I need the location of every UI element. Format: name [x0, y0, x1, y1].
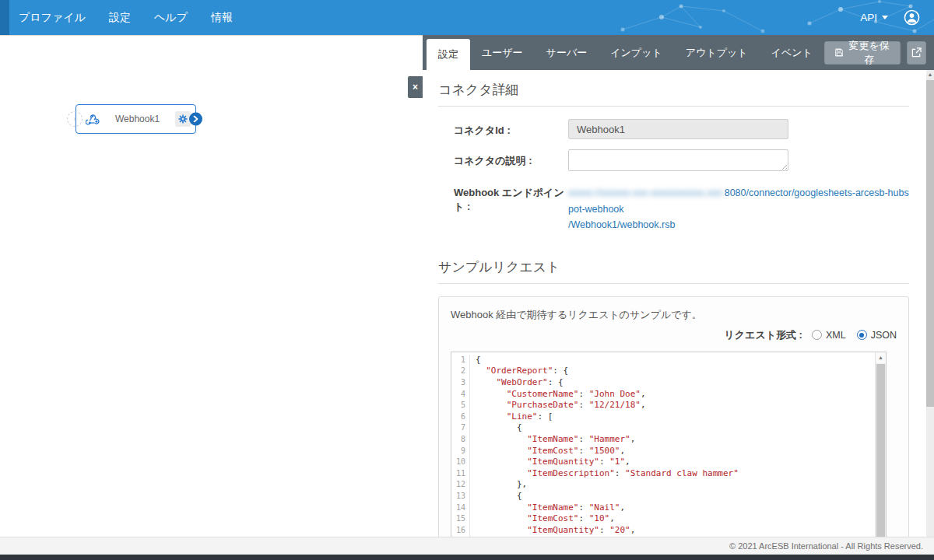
- line-number: 3: [451, 377, 470, 389]
- gear-icon: [178, 114, 188, 124]
- editor-scrollbar-thumb[interactable]: [876, 364, 885, 537]
- line-number: 15: [451, 513, 470, 525]
- code-line: 3 "WebOrder": {: [451, 377, 875, 389]
- nav-item-1[interactable]: 設定: [109, 11, 131, 25]
- radio-icon: [857, 330, 867, 340]
- code-line: 6 "Line": [: [451, 411, 875, 423]
- page-scroll-up-icon[interactable]: ▲: [926, 70, 934, 79]
- tab-0[interactable]: 設定: [427, 39, 470, 70]
- open-external-button[interactable]: [907, 41, 926, 65]
- code-line: 9 "ItemCost": "1500",: [451, 446, 875, 457]
- request-format-radios: XML JSON: [812, 330, 897, 341]
- line-number: 6: [451, 411, 470, 423]
- page-scrollbar-thumb[interactable]: [926, 80, 934, 407]
- editor-scroll-up-icon[interactable]: ▲: [876, 352, 886, 363]
- line-number: 5: [451, 400, 470, 411]
- code-line: 15 "ItemCost": "10",: [451, 513, 875, 525]
- connector-id-row: コネクタId :: [438, 119, 909, 139]
- top-navbar: プロファイル設定ヘルプ情報 API: [0, 0, 934, 35]
- code-line: 11 "ItemDescription": "Standard claw ham…: [451, 468, 875, 480]
- line-number: 12: [451, 479, 470, 491]
- panel-tabbar: 設定ユーザーサーバーインプットアウトプットイベント 変更を保存: [423, 35, 934, 70]
- editor-scrollbar[interactable]: ▲: [875, 352, 886, 537]
- tab-5[interactable]: イベント: [760, 35, 824, 70]
- chevron-down-icon: [882, 16, 888, 19]
- flow-canvas[interactable]: › Webhook1: [0, 35, 423, 537]
- connector-settings-button[interactable]: [175, 111, 191, 127]
- webhook-endpoint-link[interactable]: xxxxx://xxxxxx-xxx-xxxxxxxxxxx.xxx:8080/…: [568, 187, 909, 230]
- settings-panel: 設定ユーザーサーバーインプットアウトプットイベント 変更を保存 コネ: [423, 35, 934, 537]
- line-number: 14: [451, 502, 470, 514]
- code-line: 7 {: [451, 422, 875, 434]
- webhook-endpoint-label: Webhook エンドポイント :: [454, 181, 568, 233]
- navbar-menu: プロファイル設定ヘルプ情報: [19, 0, 233, 35]
- endpoint-visible-text-2: /Webhook1/webhook.rsb: [568, 219, 675, 230]
- user-account-icon[interactable]: [904, 9, 920, 26]
- api-dropdown[interactable]: API: [860, 12, 888, 23]
- connector-input-port[interactable]: ›: [67, 111, 83, 127]
- line-number: 2: [451, 366, 470, 377]
- panel-close-button[interactable]: ×: [408, 76, 423, 98]
- sample-code-editor[interactable]: 1 { 2 "OrderReport": { 3 "WebOrder": { 4…: [451, 352, 887, 537]
- nav-item-2[interactable]: ヘルプ: [154, 11, 188, 25]
- connector-webhook1[interactable]: › Webhook1: [75, 104, 196, 134]
- code-line: 5 "PurchaseDate": "12/21/18",: [451, 400, 875, 411]
- save-changes-label: 変更を保存: [848, 39, 890, 67]
- copyright-text: © 2021 ArcESB International - All Rights…: [729, 541, 923, 551]
- connector-id-label: コネクタId :: [454, 119, 568, 139]
- nav-item-0[interactable]: プロファイル: [19, 11, 86, 25]
- code-line: 2 "OrderReport": {: [451, 366, 875, 377]
- tab-2[interactable]: サーバー: [535, 35, 599, 70]
- external-link-icon: [911, 47, 922, 58]
- footer-bar: © 2021 ArcESB International - All Rights…: [0, 537, 934, 555]
- chevron-right-icon: [193, 116, 198, 123]
- save-changes-button[interactable]: 変更を保存: [824, 41, 901, 65]
- endpoint-redacted-text: xxxxx://xxxxxx-xxx-xxxxxxxxxxx.xxx:: [568, 187, 725, 198]
- navbar-left-strip: [0, 0, 9, 35]
- format-option-json[interactable]: JSON: [857, 330, 897, 341]
- code-line: 10 "ItemQuantity": "1",: [451, 457, 875, 468]
- format-option-label: JSON: [871, 330, 897, 341]
- bottom-dark-strip: [0, 555, 934, 560]
- tab-4[interactable]: アウトプット: [674, 35, 760, 70]
- code-line: 14 "ItemName": "Nail",: [451, 502, 875, 514]
- connector-description-input[interactable]: [568, 149, 788, 171]
- connector-run-button[interactable]: [189, 113, 202, 126]
- line-number: 16: [451, 525, 470, 537]
- request-format-label: リクエスト形式 :: [724, 328, 802, 342]
- page-scrollbar[interactable]: ▲: [926, 70, 934, 537]
- line-number: 13: [451, 491, 470, 502]
- format-option-xml[interactable]: XML: [812, 330, 846, 341]
- line-number: 10: [451, 457, 470, 468]
- line-number: 11: [451, 468, 470, 480]
- connector-id-input[interactable]: [568, 119, 788, 139]
- code-line: 13 {: [451, 491, 875, 502]
- connector-description-row: コネクタの説明 :: [438, 149, 909, 171]
- code-line: 16 "ItemQuantity": "20",: [451, 525, 875, 537]
- sample-request-description: Webhook 経由で期待するリクエストのサンプルです。: [451, 308, 897, 322]
- code-line: 12 },: [451, 479, 875, 491]
- connector-description-label: コネクタの説明 :: [454, 149, 568, 171]
- code-lines-container: 1 { 2 "OrderReport": { 3 "WebOrder": { 4…: [451, 355, 875, 537]
- webhook-icon: [86, 114, 100, 125]
- code-line: 4 "CustomerName": "John Doe",: [451, 389, 875, 401]
- format-option-label: XML: [826, 330, 846, 341]
- line-number: 4: [451, 389, 470, 401]
- line-number: 9: [451, 446, 470, 457]
- tab-1[interactable]: ユーザー: [470, 35, 535, 70]
- sample-request-heading: サンプルリクエスト: [438, 247, 909, 284]
- code-line: 1 {: [451, 355, 875, 366]
- tab-3[interactable]: インプット: [599, 35, 674, 70]
- code-line: 8 "ItemName": "Hammer",: [451, 434, 875, 446]
- radio-icon: [812, 330, 822, 340]
- connector-title: Webhook1: [100, 114, 175, 124]
- line-number: 7: [451, 422, 470, 434]
- webhook-endpoint-row: Webhook エンドポイント : xxxxx://xxxxxx-xxx-xxx…: [438, 181, 909, 233]
- connector-details-heading: コネクタ詳細: [438, 70, 909, 107]
- nav-item-3[interactable]: 情報: [211, 11, 233, 25]
- panel-body: コネクタ詳細 コネクタId : コネクタの説明 : Webhook エンドポイン…: [423, 70, 934, 537]
- sample-request-box: Webhook 経由で期待するリクエストのサンプルです。 リクエスト形式 : X…: [438, 296, 909, 537]
- api-dropdown-label: API: [860, 12, 877, 23]
- save-icon: [835, 47, 843, 58]
- line-number: 1: [451, 355, 470, 366]
